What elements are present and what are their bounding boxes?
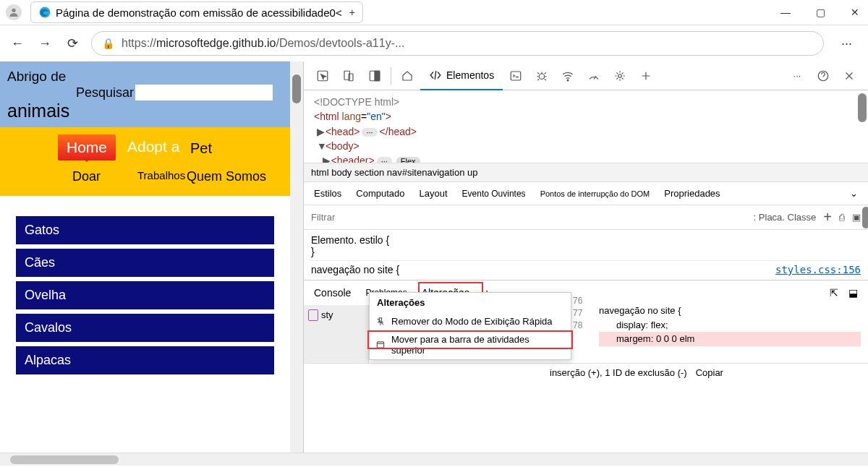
nav-quem-somos[interactable]: Quem Somos [187, 169, 266, 184]
elements-tab[interactable]: Elementos [420, 61, 503, 90]
devtools-toolbar: Elementos ··· [304, 61, 868, 90]
file-icon [308, 309, 318, 321]
list-item[interactable]: Ovelha [16, 281, 274, 309]
tab-console[interactable]: Console [314, 287, 351, 299]
window-maximize[interactable]: ▢ [813, 7, 827, 18]
search-input[interactable] [135, 85, 273, 100]
styles-panel[interactable]: Elemento. estilo { } styles.css:156 nave… [304, 230, 868, 280]
dom-tree[interactable]: <!DOCTYPE html> <html lang="en"> ▶<head>… [304, 90, 868, 163]
styles-tabs: Estilos Computado Layout Evento Ouvintes… [304, 182, 868, 205]
site-title-line2: animais [7, 100, 283, 121]
context-menu: Alterações Remover do Modo de Exibição R… [369, 292, 571, 360]
list-item[interactable]: Gatos [16, 216, 274, 244]
tab-layout[interactable]: Layout [420, 188, 448, 199]
more-icon[interactable]: ··· [784, 61, 810, 90]
copy-button[interactable]: Copiar [696, 367, 723, 378]
styles-filter: : Placa. Classe + ⎙ ▣ [304, 205, 868, 230]
forward-button[interactable]: → [36, 35, 54, 52]
tab-props[interactable]: Propriedades [664, 188, 720, 199]
svg-point-8 [539, 74, 545, 80]
svg-rect-7 [511, 72, 521, 80]
browser-tab[interactable]: Página de demonstração com emissão de ac… [30, 1, 363, 23]
add-rule-icon[interactable]: + [823, 209, 832, 226]
edge-icon [38, 6, 51, 19]
styles-scrollbar[interactable] [862, 207, 868, 228]
tab-computado[interactable]: Computado [356, 188, 404, 199]
back-button[interactable]: ← [9, 35, 26, 52]
browser-menu[interactable]: ··· [834, 36, 859, 51]
user-avatar[interactable] [6, 4, 22, 20]
unpin-icon [375, 317, 386, 327]
site-title-line1: Abrigo de [7, 69, 283, 85]
help-icon[interactable] [810, 61, 836, 90]
tab-title: Página de demonstração com emissão de ac… [56, 7, 342, 19]
svg-rect-12 [377, 342, 383, 348]
nav-pet[interactable]: Pet [190, 140, 212, 157]
close-devtools-icon[interactable] [836, 61, 862, 90]
filter-input[interactable] [311, 212, 754, 223]
svg-point-0 [12, 9, 15, 12]
changes-footer: inserção (+), 1 ID de exclusão (-) Copia… [304, 363, 868, 382]
filter-placa[interactable]: : Placa. Classe [754, 212, 817, 223]
dock-icon[interactable] [362, 61, 388, 90]
nav-home[interactable]: Home [58, 134, 116, 160]
computed-icon[interactable]: ▣ [852, 212, 861, 223]
inspect-icon[interactable] [310, 61, 336, 90]
changes-file-list[interactable]: sty [304, 305, 369, 363]
site-nav: Home Adopt a Pet Doar Trabalhos Quem Som… [0, 127, 290, 196]
search-label: Pesquisar [76, 85, 134, 100]
console-icon[interactable] [503, 61, 529, 90]
svg-point-10 [618, 74, 622, 77]
nav-doar[interactable]: Doar [72, 169, 101, 184]
category-list: Gatos Cães Ovelha Cavalos Alpacas [0, 196, 290, 374]
address-bar[interactable]: 🔒 https://microsoftedge.github.io/Demos/… [91, 31, 824, 56]
list-item[interactable]: Alpacas [16, 346, 274, 374]
window-close[interactable]: ✕ [848, 7, 862, 18]
device-icon[interactable] [336, 61, 362, 90]
home-icon[interactable] [394, 61, 420, 90]
svg-rect-6 [375, 71, 380, 81]
tabs-expand-icon[interactable]: ⌄ [850, 188, 858, 199]
performance-icon[interactable] [581, 61, 607, 90]
menu-title: Alterações [370, 293, 571, 312]
drawer-expand-icon[interactable]: ⇱ [830, 287, 838, 299]
dom-scrollbar[interactable] [858, 93, 867, 122]
network-icon[interactable] [555, 61, 581, 90]
tab-dom-bp[interactable]: Pontos de interrupção do DOM [540, 189, 650, 198]
settings-icon[interactable] [607, 61, 633, 90]
list-item[interactable]: Cães [16, 249, 274, 277]
changes-code: navegação no site { display: flex; marge… [599, 304, 861, 346]
window-minimize[interactable]: — [778, 7, 793, 18]
line-numbers: 76 77 78 [573, 295, 582, 331]
list-item[interactable]: Cavalos [16, 314, 274, 342]
lock-icon: 🔒 [102, 38, 114, 49]
breadcrumb[interactable]: html body section nav#sitenavigation up [304, 163, 868, 182]
add-tab-icon[interactable] [633, 61, 659, 90]
tab-new-icon[interactable]: + [349, 7, 355, 18]
panel-icon [375, 340, 386, 350]
source-link[interactable]: styles.css:156 [775, 264, 861, 275]
nav-adopt[interactable]: Adopt a [127, 138, 179, 155]
menu-remove[interactable]: Remover do Modo de Exibição Rápida [370, 312, 571, 330]
print-icon[interactable]: ⎙ [839, 212, 845, 223]
drawer-dock-icon[interactable]: ⬓ [848, 287, 858, 299]
horizontal-scrollbar[interactable] [0, 453, 868, 466]
bug-icon[interactable] [529, 61, 555, 90]
menu-move[interactable]: Mover para a barra de atividades superio… [370, 330, 571, 359]
tab-evento[interactable]: Evento Ouvintes [462, 189, 526, 199]
page-scrollbar[interactable] [290, 61, 303, 453]
tab-estilos[interactable]: Estilos [314, 188, 341, 199]
nav-trabalhos[interactable]: Trabalhos [137, 169, 185, 181]
reload-button[interactable]: ⟳ [64, 35, 81, 52]
svg-point-9 [567, 80, 569, 81]
